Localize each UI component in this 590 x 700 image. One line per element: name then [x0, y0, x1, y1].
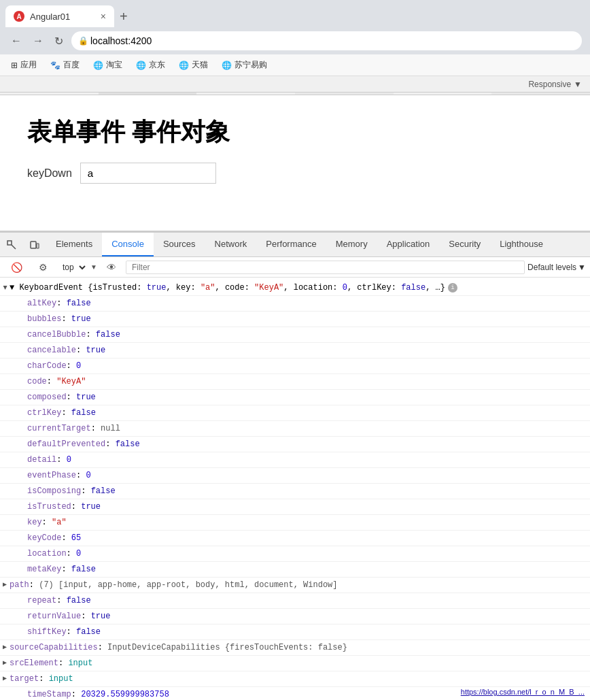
console-property: eventPhase: 0 [0, 468, 590, 484]
taobao-label: 淘宝 [106, 59, 122, 71]
tab-security-label: Security [449, 239, 481, 249]
context-selector[interactable]: top [57, 261, 88, 274]
lock-icon: 🔒 [78, 36, 88, 46]
baidu-label: 百度 [63, 59, 80, 71]
page-content: 表单事件 事件对象 keyDown [0, 95, 590, 231]
tab-application[interactable]: Application [377, 233, 440, 256]
tab-elements[interactable]: Elements [46, 233, 102, 256]
default-levels[interactable]: Default levels ▼ [527, 263, 586, 272]
property-expand-arrow[interactable]: ▶ [3, 641, 7, 654]
console-property: composed: true [0, 390, 590, 405]
keydown-label: keyDown [27, 167, 72, 180]
device-toolbar-button[interactable] [23, 236, 46, 254]
refresh-button[interactable]: ↻ [52, 33, 66, 49]
bookmarks-bar: ⊞ 应用 🐾 百度 🌐 淘宝 🌐 京东 🌐 天猫 🌐 苏宁易购 [0, 54, 590, 76]
tab-performance[interactable]: Performance [256, 233, 326, 256]
tab-memory-label: Memory [336, 239, 368, 249]
clear-console-button[interactable]: 🚫 [4, 258, 29, 277]
tab-application-label: Application [387, 239, 430, 249]
tab-console[interactable]: Console [102, 233, 154, 256]
forward-button[interactable]: → [30, 33, 46, 48]
suning-label: 苏宁易购 [235, 59, 267, 71]
default-levels-label: Default levels [527, 263, 576, 272]
console-property: shiftKey: false [0, 624, 590, 640]
eye-button[interactable]: 👁 [100, 258, 123, 277]
console-property: key: "a" [0, 515, 590, 531]
tab-favicon: A [14, 11, 24, 22]
console-property: repeat: false [0, 593, 590, 609]
property-expand-arrow[interactable]: ▶ [3, 673, 7, 685]
console-property: ctrlKey: false [0, 405, 590, 421]
console-property: keyCode: 65 [0, 531, 590, 546]
console-property[interactable]: ▶path: (7) [input, app-home, app-root, b… [0, 578, 590, 593]
responsive-arrow: ▼ [574, 80, 582, 89]
inspect-element-button[interactable] [0, 236, 23, 254]
levels-arrow: ▼ [578, 263, 586, 272]
info-icon[interactable]: i [448, 283, 457, 293]
bookmark-tmall[interactable]: 🌐 天猫 [176, 58, 211, 72]
tab-lighthouse[interactable]: Lighthouse [490, 233, 553, 256]
active-tab[interactable]: A Angular01 × [5, 5, 114, 27]
address-input[interactable] [71, 31, 582, 50]
svg-rect-0 [7, 241, 12, 245]
svg-rect-3 [37, 244, 39, 248]
expand-arrow[interactable]: ▶ [0, 286, 11, 290]
devtools-tabs: Elements Console Sources Network Perform… [0, 233, 590, 257]
console-property: bubbles: true [0, 312, 590, 327]
bookmark-taobao[interactable]: 🌐 淘宝 [90, 58, 125, 72]
keyboard-event-summary[interactable]: ▶▼ KeyboardEvent {isTrusted: true, key: … [0, 280, 590, 296]
console-property: isTrusted: true [0, 499, 590, 515]
tab-bar: A Angular01 × + [0, 0, 590, 27]
console-property[interactable]: ▶sourceCapabilities: InputDeviceCapabili… [0, 640, 590, 656]
bookmark-suning[interactable]: 🌐 苏宁易购 [219, 58, 270, 72]
console-property: metaKey: false [0, 562, 590, 578]
baidu-icon: 🐾 [50, 61, 60, 70]
property-expand-arrow[interactable]: ▶ [3, 579, 7, 591]
jd-icon: 🌐 [136, 61, 146, 70]
tab-performance-label: Performance [266, 239, 316, 249]
browser-chrome: A Angular01 × + ← → ↻ 🔒 ⊞ 应用 🐾 百度 🌐 淘宝 🌐 [0, 0, 590, 76]
keydown-input[interactable] [80, 163, 216, 184]
keydown-row: keyDown [27, 163, 563, 184]
console-property: altKey: false [0, 296, 590, 312]
tab-console-label: Console [111, 239, 144, 249]
console-property: charCode: 0 [0, 359, 590, 374]
svg-rect-2 [31, 241, 36, 248]
bookmark-apps[interactable]: ⊞ 应用 [8, 58, 39, 72]
console-property: isComposing: false [0, 484, 590, 499]
tmall-label: 天猫 [192, 59, 208, 71]
console-output: ▶▼ KeyboardEvent {isTrusted: true, key: … [0, 278, 590, 700]
suning-icon: 🌐 [222, 61, 232, 70]
console-property: currentTarget: null [0, 421, 590, 437]
bookmark-baidu[interactable]: 🐾 百度 [48, 58, 82, 72]
page-title: 表单事件 事件对象 [27, 116, 563, 149]
tab-close-button[interactable]: × [101, 11, 106, 22]
console-property: cancelable: true [0, 343, 590, 359]
tab-sources[interactable]: Sources [154, 233, 205, 256]
apps-label: 应用 [20, 59, 37, 71]
new-tab-button[interactable]: + [120, 9, 128, 24]
taobao-icon: 🌐 [93, 61, 103, 70]
console-property[interactable]: ▶target: input [0, 671, 590, 687]
address-bar: ← → ↻ 🔒 [0, 27, 590, 54]
console-property: defaultPrevented: false [0, 437, 590, 452]
bookmark-jd[interactable]: 🌐 京东 [133, 58, 168, 72]
filter-input[interactable] [126, 261, 525, 274]
tmall-icon: 🌐 [179, 61, 189, 70]
console-settings-button[interactable]: ⚙ [32, 258, 54, 277]
tab-title: Angular01 [30, 12, 95, 22]
console-property[interactable]: ▶srcElement: input [0, 656, 590, 671]
context-arrow: ▼ [90, 263, 97, 271]
property-expand-arrow[interactable]: ▶ [3, 657, 7, 669]
console-property: location: 0 [0, 546, 590, 562]
tab-network[interactable]: Network [205, 233, 257, 256]
responsive-bar: Responsive ▼ [0, 76, 590, 93]
bottom-link[interactable]: https://blog.csdn.net/l_r_o_n_M_B_... [461, 688, 585, 696]
tab-memory[interactable]: Memory [326, 233, 377, 256]
jd-label: 京东 [149, 59, 165, 71]
tab-elements-label: Elements [56, 239, 92, 249]
console-property: cancelBubble: false [0, 327, 590, 343]
console-property: code: "KeyA" [0, 374, 590, 390]
back-button[interactable]: ← [8, 33, 24, 48]
tab-security[interactable]: Security [439, 233, 490, 256]
